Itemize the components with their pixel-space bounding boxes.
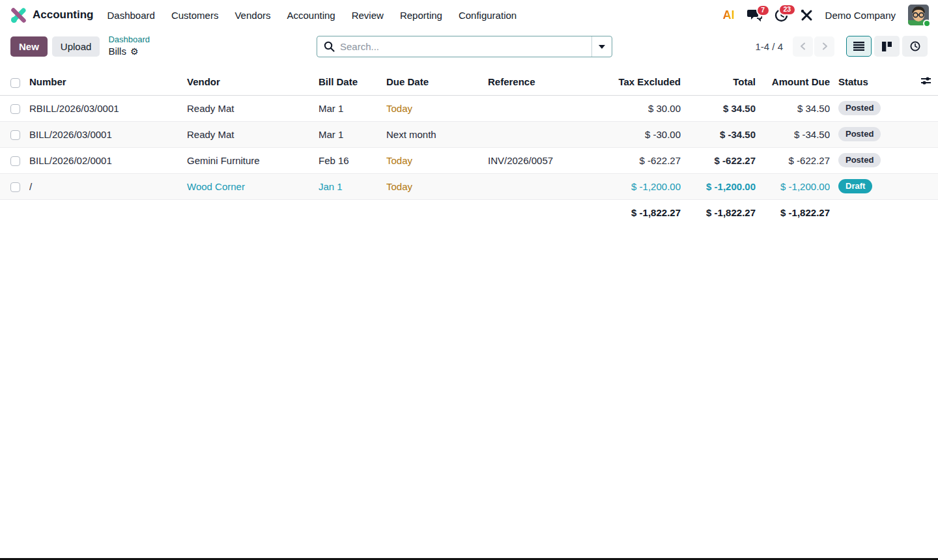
pager-and-views: 1-4 / 4 <box>755 36 928 57</box>
column-header-tax-excluded[interactable]: Tax Excluded <box>605 69 681 95</box>
footer-tax-excluded-total: $ -1,822.27 <box>605 199 681 225</box>
cell-amount-due: $ 34.50 <box>756 95 830 121</box>
activity-clock-icon <box>910 41 920 51</box>
column-header-vendor[interactable]: Vendor <box>187 69 319 95</box>
column-header-due-date[interactable]: Due Date <box>386 69 488 95</box>
pager-previous-button[interactable] <box>793 36 813 57</box>
menu-vendors[interactable]: Vendors <box>234 10 270 21</box>
chevron-down-icon <box>599 45 605 49</box>
upload-button[interactable]: Upload <box>52 36 100 57</box>
select-all-checkbox[interactable] <box>10 78 20 88</box>
top-navbar: Accounting Dashboard Customers Vendors A… <box>0 0 938 30</box>
app-title: Accounting <box>33 8 94 21</box>
control-panel: New Upload Dashboard Bills⚙ 1-4 / 4 <box>0 30 938 63</box>
ai-icon[interactable]: AI <box>723 8 735 22</box>
bills-table: Number Vendor Bill Date Due Date Referen… <box>0 69 938 225</box>
cell-total: $ -622.27 <box>681 147 756 173</box>
cell-vendor: Wood Corner <box>187 173 319 199</box>
totals-row: $ -1,822.27 $ -1,822.27 $ -1,822.27 <box>0 199 938 225</box>
cell-tax-excluded: $ 30.00 <box>605 95 681 121</box>
messages-count-badge: 7 <box>756 5 770 17</box>
menu-dashboard[interactable]: Dashboard <box>107 10 155 21</box>
activities-count-badge: 23 <box>778 4 796 16</box>
menu-reporting[interactable]: Reporting <box>400 10 442 21</box>
cell-due-date: Next month <box>386 121 488 147</box>
row-checkbox[interactable] <box>10 130 20 140</box>
messages-button[interactable]: 7 <box>747 9 762 21</box>
user-menu[interactable] <box>908 5 929 25</box>
table-row[interactable]: BILL/2026/02/0001Gemini FurnitureFeb 16T… <box>0 147 938 173</box>
column-header-total[interactable]: Total <box>681 69 756 95</box>
cell-due-date: Today <box>386 173 488 199</box>
row-checkbox-cell <box>0 121 29 147</box>
cell-total: $ 34.50 <box>681 95 756 121</box>
main-menu: Dashboard Customers Vendors Accounting R… <box>107 10 517 21</box>
cell-vendor: Gemini Furniture <box>187 147 319 173</box>
company-switcher[interactable]: Demo Company <box>825 10 896 21</box>
search-input[interactable] <box>340 41 591 52</box>
row-checkbox-cell <box>0 95 29 121</box>
optional-columns-icon[interactable] <box>920 76 931 85</box>
breadcrumb-dashboard-link[interactable]: Dashboard <box>108 35 150 45</box>
cell-due-date: Today <box>386 95 488 121</box>
column-header-bill-date[interactable]: Bill Date <box>319 69 386 95</box>
cell-total: $ -1,200.00 <box>681 173 756 199</box>
pager-next-button[interactable] <box>814 36 834 57</box>
cell-tax-excluded: $ -1,200.00 <box>605 173 681 199</box>
row-checkbox[interactable] <box>10 104 20 114</box>
column-header-number[interactable]: Number <box>29 69 187 95</box>
cell-status: Posted <box>830 95 915 121</box>
tools-button[interactable] <box>801 9 813 21</box>
menu-accounting[interactable]: Accounting <box>287 10 335 21</box>
table-row[interactable]: RBILL/2026/03/0001Ready MatMar 1Today$ 3… <box>0 95 938 121</box>
activity-view-button[interactable] <box>902 36 928 57</box>
column-header-reference[interactable]: Reference <box>488 69 605 95</box>
cell-status: Posted <box>830 147 915 173</box>
cell-due-date: Today <box>386 147 488 173</box>
crossed-tools-icon <box>801 9 813 21</box>
cell-number: / <box>29 173 187 199</box>
cell-total: $ -34.50 <box>681 121 756 147</box>
cell-reference <box>488 173 605 199</box>
row-checkbox[interactable] <box>10 182 20 192</box>
kanban-view-button[interactable] <box>874 36 900 57</box>
app-brand[interactable]: Accounting <box>10 7 94 23</box>
search-filters-toggle[interactable] <box>591 36 612 57</box>
cell-bill-date: Mar 1 <box>319 121 386 147</box>
view-switcher <box>846 36 928 57</box>
menu-customers[interactable]: Customers <box>171 10 219 21</box>
systray: AI 7 23 <box>723 5 929 25</box>
kanban-view-icon <box>882 42 892 51</box>
row-checkbox[interactable] <box>10 156 20 166</box>
table-row[interactable]: /Wood CornerJan 1Today$ -1,200.00$ -1,20… <box>0 173 938 199</box>
search-icon <box>317 41 340 52</box>
online-status-dot <box>923 20 931 27</box>
menu-review[interactable]: Review <box>352 10 384 21</box>
cell-tax-excluded: $ -30.00 <box>605 121 681 147</box>
column-header-status[interactable]: Status <box>830 69 915 95</box>
cell-number: BILL/2026/03/0001 <box>29 121 187 147</box>
table-header-row: Number Vendor Bill Date Due Date Referen… <box>0 69 938 95</box>
cell-vendor: Ready Mat <box>187 95 319 121</box>
column-header-amount-due[interactable]: Amount Due <box>756 69 830 95</box>
cell-vendor: Ready Mat <box>187 121 319 147</box>
table-row[interactable]: BILL/2026/03/0001Ready MatMar 1Next mont… <box>0 121 938 147</box>
row-checkbox-cell <box>0 173 29 199</box>
list-view-button[interactable] <box>846 36 872 57</box>
page-title: Bills <box>108 46 126 58</box>
footer-amount-due-total: $ -1,822.27 <box>756 199 830 225</box>
menu-configuration[interactable]: Configuration <box>459 10 517 21</box>
new-button[interactable]: New <box>10 36 48 57</box>
cell-status: Posted <box>830 121 915 147</box>
row-checkbox-cell <box>0 147 29 173</box>
cell-number: RBILL/2026/03/0001 <box>29 95 187 121</box>
pager-range: 1-4 / 4 <box>755 41 783 52</box>
cell-amount-due: $ -622.27 <box>756 147 830 173</box>
cell-status: Draft <box>830 173 915 199</box>
gear-icon[interactable]: ⚙ <box>130 46 139 57</box>
status-badge: Draft <box>838 179 872 194</box>
cell-reference <box>488 121 605 147</box>
cell-reference: INV/2026/0057 <box>488 147 605 173</box>
activities-button[interactable]: 23 <box>775 8 788 22</box>
search-bar <box>317 36 612 57</box>
